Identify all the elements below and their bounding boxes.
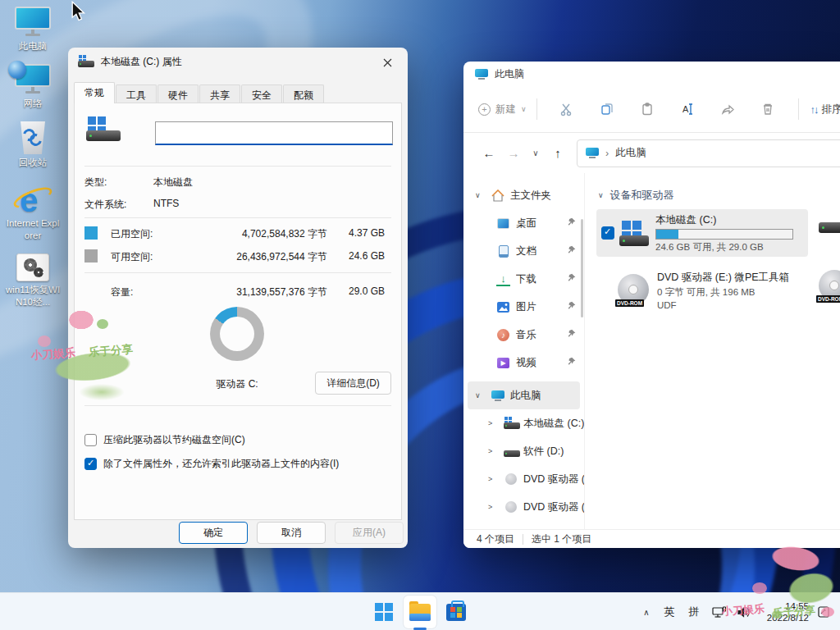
drive-name: DVD 驱动器 (E:) 微PE工具箱 <box>657 271 789 285</box>
start-button[interactable] <box>368 596 400 628</box>
desktop-icon-internet-explorer[interactable]: e Internet Explorer <box>3 180 62 242</box>
explorer-command-bar: + 新建 ∨ A ↑↓ <box>463 86 840 133</box>
drive-name: 本地磁盘 (C:) <box>655 213 793 227</box>
explorer-statusbar: 4 个项目 选中 1 个项目 <box>463 529 840 548</box>
compress-checkbox[interactable] <box>84 434 97 446</box>
item-checkbox[interactable] <box>601 226 614 240</box>
paste-button[interactable] <box>628 95 668 123</box>
usage-donut-chart <box>210 307 264 361</box>
folder-icon <box>409 604 431 621</box>
history-dropdown[interactable]: ∨ <box>526 148 546 158</box>
sidebar-item-dvd-e[interactable]: > DVD 驱动器 (E:) <box>463 465 584 493</box>
explorer-navbar: ← → ∨ ↑ › 此电脑 <box>463 133 840 173</box>
drive-item-dvd-e[interactable]: DVD-ROM DVD 驱动器 (E:) 微PE工具箱 0 字节 可用, 共 1… <box>596 265 808 316</box>
taskbar-file-explorer[interactable] <box>404 596 436 628</box>
this-pc-icon <box>586 148 599 158</box>
capacity-label: 容量: <box>111 285 133 299</box>
home-icon <box>491 189 504 203</box>
share-button[interactable] <box>708 95 748 123</box>
desktop: 此电脑 网络 回收站 e Internet Explorer win11恢复WI… <box>0 0 840 630</box>
clock[interactable]: 14:55 2022/8/12 <box>756 597 810 627</box>
desktop-icon-win11-restore[interactable]: win11恢复WIN10经... <box>3 253 62 308</box>
desktop-icon-recycle-bin[interactable]: 回收站 <box>3 121 62 169</box>
sidebar-item-home[interactable]: ∨ 主文件夹 <box>463 181 584 209</box>
tray-time: 14:55 <box>785 600 809 612</box>
cut-button[interactable] <box>547 95 587 123</box>
close-button[interactable] <box>375 52 399 72</box>
back-button[interactable]: ← <box>477 146 501 160</box>
drive-item-dvd-partial[interactable]: DVD-ROM <box>819 270 840 303</box>
sort-arrows-icon: ↑↓ <box>810 103 818 116</box>
drive-filesystem: UDF <box>657 300 789 310</box>
index-checkbox[interactable] <box>84 458 97 470</box>
notification-center-button[interactable] <box>812 597 835 627</box>
dvd-icon <box>504 500 518 514</box>
tab-security[interactable]: 安全 <box>241 84 282 103</box>
desktop-icon-this-pc[interactable]: 此电脑 <box>3 7 62 52</box>
capacity-bar <box>655 229 793 240</box>
apply-button[interactable]: 应用(A) <box>335 522 404 544</box>
cancel-button[interactable]: 取消 <box>257 522 326 544</box>
drive-item-c[interactable]: 本地磁盘 (C:) 24.6 GB 可用, 共 29.0 GB <box>596 209 808 257</box>
properties-dialog: 本地磁盘 (C:) 属性 常规 工具 硬件 共享 安全 配额 类型: 本地磁盘 … <box>68 48 408 548</box>
sidebar-item-dvd-f[interactable]: > DVD 驱动器 (F:) <box>463 493 584 521</box>
address-bar[interactable]: › 此电脑 <box>577 139 840 167</box>
sidebar-item-videos[interactable]: ▶ 视频 <box>463 349 584 377</box>
ok-button[interactable]: 确定 <box>179 522 248 544</box>
copy-button[interactable] <box>587 95 628 123</box>
tab-quota[interactable]: 配额 <box>283 84 324 103</box>
language-indicator[interactable]: 英 <box>658 597 681 627</box>
sidebar-item-this-pc[interactable]: ∨ 此电脑 <box>468 381 580 409</box>
divider <box>84 166 391 167</box>
forward-button[interactable]: → <box>501 146 526 160</box>
breadcrumb[interactable]: 此电脑 <box>615 146 646 160</box>
desktop-icon-label: 网络 <box>24 98 43 110</box>
drive-info: 0 字节 可用, 共 196 MB <box>657 286 789 299</box>
taskbar-microsoft-store[interactable] <box>440 596 472 628</box>
sidebar-item-pictures[interactable]: 图片 <box>463 293 584 321</box>
sidebar-item-documents[interactable]: 文档 <box>463 237 584 265</box>
up-button[interactable]: ↑ <box>546 146 570 160</box>
taskbar: ∧ 英 拼 14:55 2022/8/12 <box>0 592 840 630</box>
desktop-icon-label: win11恢复WIN10经... <box>4 284 62 308</box>
pin-icon <box>567 273 576 285</box>
store-icon <box>446 604 466 621</box>
new-button[interactable]: + 新建 ∨ <box>478 103 527 116</box>
drive-icon <box>619 220 649 246</box>
videos-icon: ▶ <box>496 356 510 370</box>
explorer-body: ∨ 主文件夹 桌面 文档 ↓ 下载 <box>463 173 840 529</box>
used-space-swatch <box>84 226 98 240</box>
volume-icon[interactable] <box>732 597 755 627</box>
sidebar-item-desktop[interactable]: 桌面 <box>463 209 584 237</box>
pictures-icon <box>496 300 510 314</box>
delete-button[interactable] <box>748 95 788 123</box>
sidebar-item-downloads[interactable]: ↓ 下载 <box>463 265 584 293</box>
desktop-icon-label: Internet Explorer <box>4 217 62 242</box>
filesystem-value: NTFS <box>153 198 179 209</box>
group-header-devices[interactable]: ∨ 设备和驱动器 <box>598 188 840 203</box>
rename-button[interactable]: A <box>668 95 708 123</box>
drive-item-d-partial[interactable] <box>819 212 840 239</box>
sidebar-item-music[interactable]: ♪ 音乐 <box>463 321 584 349</box>
chevron-down-icon: ∨ <box>598 191 604 199</box>
tab-general[interactable]: 常规 <box>74 82 115 103</box>
explorer-title: 此电脑 <box>495 67 524 81</box>
pin-icon <box>567 245 576 257</box>
details-button[interactable]: 详细信息(D) <box>315 372 391 395</box>
sidebar-item-drive-d[interactable]: > 软件 (D:) <box>463 437 584 465</box>
explorer-content: ∨ 设备和驱动器 本地磁盘 (C:) 24.6 GB 可用, 共 29.0 GB… <box>584 173 840 529</box>
sidebar-item-drive-c[interactable]: > 本地磁盘 (C:) <box>463 409 584 437</box>
tab-tools[interactable]: 工具 <box>116 84 157 103</box>
divider <box>84 217 391 218</box>
sort-button[interactable]: ↑↓ 排序 <box>810 103 840 116</box>
ime-indicator[interactable]: 拼 <box>682 597 705 627</box>
tab-hardware[interactable]: 硬件 <box>158 84 199 103</box>
this-pc-icon <box>15 7 51 38</box>
hidden-icons-button[interactable]: ∧ <box>637 597 656 627</box>
volume-label-input[interactable] <box>155 121 393 145</box>
network-icon[interactable] <box>707 597 730 627</box>
rename-icon: A <box>680 102 696 116</box>
tab-sharing[interactable]: 共享 <box>199 84 240 103</box>
desktop-icon-network[interactable]: 网络 <box>3 64 62 110</box>
sidebar-scrollbar[interactable] <box>581 219 583 317</box>
